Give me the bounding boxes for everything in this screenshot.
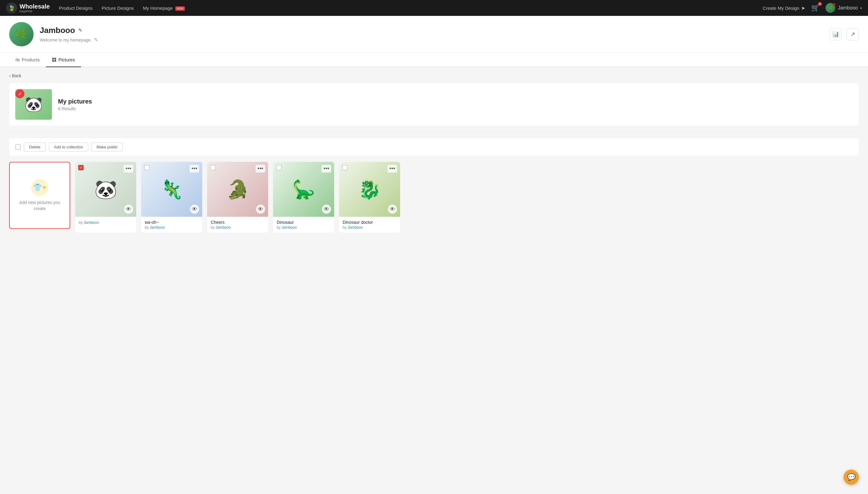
profile-avatar: 🌿 bbox=[9, 22, 34, 46]
profile-desc-text: Welcome to my homepage. bbox=[40, 38, 92, 42]
picture-card-4: ••• 🦕 👁 Dinosaur by Jambooo bbox=[273, 162, 334, 233]
picture-author-link-5[interactable]: Jambooo bbox=[347, 225, 362, 230]
tab-pictures[interactable]: 🖼 Pictures bbox=[46, 53, 81, 67]
new-badge: NEW bbox=[175, 6, 185, 11]
picture-menu-1[interactable]: ••• bbox=[124, 165, 133, 172]
create-btn-label: Create My Design bbox=[762, 5, 799, 11]
profile-description: Welcome to my homepage. ✎ bbox=[40, 37, 98, 43]
profile-name-text: Jambooo bbox=[40, 26, 75, 35]
picture-card-image-2: ••• 🦎 👁 bbox=[141, 162, 202, 217]
picture-author-link-1[interactable]: Jambooo bbox=[84, 221, 99, 225]
picture-eye-4[interactable]: 👁 bbox=[322, 205, 331, 214]
picture-card-image-5: ••• 🐉 👁 bbox=[339, 162, 400, 217]
nav-link-my-homepage[interactable]: My Homepage NEW bbox=[143, 5, 185, 11]
picture-eye-1[interactable]: 👁 bbox=[124, 205, 133, 214]
edit-profile-desc-icon[interactable]: ✎ bbox=[94, 37, 98, 43]
main-content: ‹ Back ✓ 🐼 My pictures 8 Results Delete … bbox=[0, 67, 868, 250]
select-all-checkbox[interactable] bbox=[15, 145, 21, 150]
profile-info: Jambooo ✎ Welcome to my homepage. ✎ bbox=[40, 26, 98, 43]
picture-checkbox-2[interactable] bbox=[144, 165, 150, 170]
profile-actions: 📊 ↗ bbox=[830, 28, 859, 40]
picture-checkbox-4[interactable] bbox=[276, 165, 282, 170]
nav-right: Create My Design ➤ 🛒 6 🌿 Jambooo ▾ bbox=[762, 3, 862, 13]
picture-author-5: by Jambooo bbox=[343, 225, 396, 230]
picture-card-info-3: Cheers by Jambooo bbox=[207, 217, 268, 233]
brand-logo[interactable]: 🍃 Wholesale HugePOD bbox=[6, 2, 50, 14]
profile-name: Jambooo ✎ bbox=[40, 26, 98, 35]
picture-author-3: by Jambooo bbox=[211, 225, 264, 230]
picture-card-3: ••• 🐊 👁 Cheers by Jambooo bbox=[207, 162, 268, 233]
tabs-container: 🛍 Products 🖼 Pictures bbox=[0, 53, 868, 67]
picture-card-image-3: ••• 🐊 👁 bbox=[207, 162, 268, 217]
picture-eye-2[interactable]: 👁 bbox=[190, 205, 199, 214]
profile-stats-button[interactable]: 📊 bbox=[830, 28, 842, 40]
delete-button[interactable]: Delete bbox=[24, 142, 46, 151]
collection-results: 8 Results bbox=[58, 106, 92, 111]
make-public-button[interactable]: Make public bbox=[91, 142, 123, 151]
cart-count-badge: 6 bbox=[818, 2, 822, 6]
picture-grid: 👕+ Add new pictures you create ✓ ••• 🐼 👁… bbox=[9, 162, 859, 233]
picture-checkbox-5[interactable] bbox=[342, 165, 347, 170]
back-button[interactable]: ‹ Back bbox=[9, 73, 859, 78]
add-to-collection-button[interactable]: Add to collection bbox=[49, 142, 88, 151]
collection-check-mark: ✓ bbox=[15, 89, 24, 98]
nav-link-product-designs[interactable]: Product Designs bbox=[59, 5, 93, 11]
profile-share-button[interactable]: ↗ bbox=[847, 28, 859, 40]
picture-card-info-2: wa-oh~ by Jambooo bbox=[141, 217, 202, 233]
chevron-down-icon: ▾ bbox=[860, 6, 862, 10]
navbar: 🍃 Wholesale HugePOD Product Designs Pict… bbox=[0, 0, 868, 16]
picture-menu-5[interactable]: ••• bbox=[388, 165, 397, 172]
brand-name: Wholesale bbox=[20, 3, 50, 10]
picture-card-2: ••• 🦎 👁 wa-oh~ by Jambooo bbox=[141, 162, 202, 233]
picture-checkbox-3[interactable] bbox=[210, 165, 215, 170]
picture-author-link-2[interactable]: Jambooo bbox=[150, 225, 165, 230]
add-new-picture-card[interactable]: 👕+ Add new pictures you create bbox=[9, 162, 70, 229]
user-notification-dot bbox=[833, 3, 835, 5]
picture-author-link-4[interactable]: Jambooo bbox=[282, 225, 297, 230]
picture-author-2: by Jambooo bbox=[145, 225, 199, 230]
add-new-icon: 👕+ bbox=[31, 179, 48, 196]
picture-title-4: Dinosaur bbox=[277, 220, 331, 225]
products-tab-icon: 🛍 bbox=[15, 57, 20, 62]
tab-products[interactable]: 🛍 Products bbox=[9, 53, 46, 67]
user-avatar: 🌿 bbox=[826, 3, 835, 13]
profile-header: 🌿 Jambooo ✎ Welcome to my homepage. ✎ 📊 … bbox=[0, 16, 868, 53]
picture-title-5: Dinosaur doctor bbox=[343, 220, 396, 225]
brand-icon: 🍃 bbox=[6, 2, 17, 14]
user-menu-button[interactable]: 🌿 Jambooo ▾ bbox=[826, 3, 862, 13]
picture-card-info-5: Dinosaur doctor by Jambooo bbox=[339, 217, 400, 233]
tab-pictures-label: Pictures bbox=[58, 57, 75, 62]
picture-menu-3[interactable]: ••• bbox=[256, 165, 265, 172]
edit-profile-name-icon[interactable]: ✎ bbox=[78, 27, 82, 33]
back-chevron-icon: ‹ bbox=[9, 73, 11, 78]
brand-sub: HugePOD bbox=[20, 10, 50, 13]
picture-title-3: Cheers bbox=[211, 220, 264, 225]
picture-card-5: ••• 🐉 👁 Dinosaur doctor by Jambooo bbox=[339, 162, 400, 233]
add-new-label: Add new pictures you create bbox=[10, 200, 70, 212]
nav-links: Product Designs Picture Designs My Homep… bbox=[59, 5, 762, 11]
picture-card: ✓ ••• 🐼 👁 by Jambooo bbox=[75, 162, 136, 233]
picture-eye-3[interactable]: 👁 bbox=[256, 205, 265, 214]
picture-author-1: by Jambooo bbox=[79, 221, 133, 225]
nav-link-my-homepage-label: My Homepage bbox=[143, 5, 173, 11]
picture-card-info-1: by Jambooo bbox=[75, 217, 136, 228]
picture-menu-2[interactable]: ••• bbox=[190, 165, 199, 172]
nav-link-picture-designs[interactable]: Picture Designs bbox=[102, 5, 134, 11]
picture-author-link-3[interactable]: Jambooo bbox=[215, 225, 231, 230]
action-bar: Delete Add to collection Make public bbox=[9, 138, 859, 156]
picture-card-image-4: ••• 🦕 👁 bbox=[273, 162, 334, 217]
collection-thumbnail: ✓ 🐼 bbox=[15, 89, 52, 120]
collection-title: My pictures bbox=[58, 98, 92, 105]
section-divider bbox=[9, 132, 859, 132]
login-icon: ➤ bbox=[801, 5, 805, 11]
brand-text: Wholesale HugePOD bbox=[20, 3, 50, 13]
picture-checkbox-1[interactable]: ✓ bbox=[78, 165, 84, 170]
profile-left: 🌿 Jambooo ✎ Welcome to my homepage. ✎ bbox=[9, 22, 98, 46]
picture-eye-5[interactable]: 👁 bbox=[388, 205, 397, 214]
picture-card-info-4: Dinosaur by Jambooo bbox=[273, 217, 334, 233]
user-name-label: Jambooo bbox=[838, 5, 858, 11]
picture-menu-4[interactable]: ••• bbox=[322, 165, 331, 172]
cart-button[interactable]: 🛒 6 bbox=[811, 4, 819, 12]
create-my-design-button[interactable]: Create My Design ➤ bbox=[762, 5, 805, 11]
pictures-tab-icon: 🖼 bbox=[52, 57, 57, 62]
